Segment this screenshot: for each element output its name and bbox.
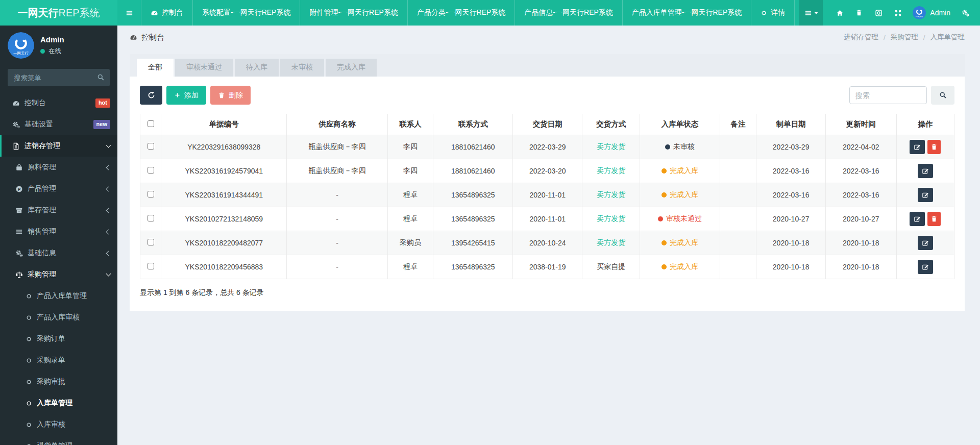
- select-all-checkbox[interactable]: [148, 120, 154, 127]
- breadcrumb-home[interactable]: 控制台: [130, 33, 164, 42]
- sidebar-item-入库审核[interactable]: 入库审核: [0, 414, 117, 435]
- user-menu[interactable]: 一网天行 Admin: [908, 6, 955, 19]
- sidebar-item-采购审批[interactable]: 采购审批: [0, 371, 117, 392]
- scale-icon: [15, 271, 23, 279]
- navbar-tab[interactable]: 产品分类-一网天行REP系统: [407, 0, 514, 26]
- cell-contact: 程卓: [387, 183, 433, 207]
- sidebar-item-销售管理[interactable]: 销售管理: [0, 221, 117, 242]
- app-logo-bold: 一网天行: [17, 6, 58, 20]
- sidebar-badge: hot: [95, 98, 110, 107]
- nav-list-dropdown-button[interactable]: [799, 0, 823, 26]
- search-icon: [939, 91, 947, 99]
- sidebar-item-label: 采购管理: [28, 270, 102, 279]
- row-edit-button[interactable]: [918, 260, 933, 274]
- clear-cache-button[interactable]: [869, 0, 888, 26]
- row-edit-button[interactable]: [918, 188, 933, 202]
- settings-button[interactable]: [955, 0, 975, 26]
- navbar-tab[interactable]: 产品信息-一网天行REP系统: [514, 0, 622, 26]
- cell-created: 2022-03-16: [756, 183, 826, 207]
- row-edit-button[interactable]: [910, 212, 925, 226]
- row-checkbox[interactable]: [148, 239, 154, 245]
- breadcrumb: 控制台 进销存管理/采购管理/入库单管理: [130, 26, 965, 49]
- column-header: 联系人: [387, 114, 433, 135]
- cell-delivery-date: 2020-11-01: [513, 183, 582, 207]
- cell-phone: 13654896325: [433, 183, 513, 207]
- app-logo[interactable]: 一网天行REP系统: [0, 0, 117, 26]
- row-checkbox[interactable]: [148, 167, 154, 174]
- sidebar-item-产品入库审核[interactable]: 产品入库审核: [0, 307, 117, 328]
- filter-tab-全部[interactable]: 全部: [137, 59, 174, 77]
- filter-tab-完成入库[interactable]: 完成入库: [326, 59, 377, 77]
- navbar-tab[interactable]: 控制台: [141, 0, 192, 26]
- online-status-dot: [40, 49, 45, 54]
- sidebar-item-基础设置[interactable]: 基础设置new: [0, 114, 117, 135]
- breadcrumb-item[interactable]: 进销存管理: [844, 33, 878, 42]
- sidebar-item-采购订单[interactable]: 采购订单: [0, 328, 117, 350]
- sidebar-item-label: 产品入库审核: [37, 313, 110, 322]
- table-row: YKS2010182209482077-采购员139542654152020-1…: [140, 231, 954, 255]
- navbar-tab[interactable]: 产品入库单管理-一网天行REP系统: [622, 0, 751, 26]
- cell-status: 完成入库: [640, 231, 720, 255]
- cell-phone: 13654896325: [433, 255, 513, 279]
- sidebar-item-label: 采购订单: [37, 334, 110, 343]
- sidebar-item-基础信息[interactable]: 基础信息: [0, 242, 117, 264]
- sidebar-item-原料管理[interactable]: 原料管理: [0, 157, 117, 178]
- cell-remark: [720, 231, 756, 255]
- sidebar-search-input[interactable]: [8, 69, 110, 86]
- sidebar-item-产品入库单管理[interactable]: 产品入库单管理: [0, 285, 117, 307]
- navbar-tab[interactable]: 详情: [751, 0, 795, 26]
- cell-created: 2020-10-18: [756, 255, 826, 279]
- table-search-button[interactable]: [931, 86, 954, 105]
- row-edit-button[interactable]: [910, 140, 925, 154]
- sidebar-item-入库单管理[interactable]: 入库单管理: [0, 392, 117, 414]
- cell-order-no: YK2203291638099328: [161, 135, 287, 159]
- cell-delivery-method: 卖方发货: [582, 231, 640, 255]
- sidebar-toggle-button[interactable]: [117, 0, 141, 26]
- home-button[interactable]: [830, 0, 849, 26]
- sidebar-item-退货单管理[interactable]: 退货单管理: [0, 435, 117, 445]
- cell-supplier: -: [287, 183, 388, 207]
- column-header: 单据编号: [161, 114, 287, 135]
- main-content: 控制台 进销存管理/采购管理/入库单管理 全部审核未通过待入库未审核完成入库 添…: [117, 0, 980, 445]
- breadcrumb-item[interactable]: 采购管理: [891, 33, 918, 42]
- filter-tab-审核未通过[interactable]: 审核未通过: [175, 59, 233, 77]
- status-dot: [662, 240, 667, 245]
- sidebar-item-库存管理[interactable]: 库存管理: [0, 200, 117, 221]
- filter-tab-未审核[interactable]: 未审核: [280, 59, 324, 77]
- panel-body: 添加 删除 单据编号供应商名称联系人联系方式交货日期交货方式入库单状态备注制单日…: [130, 77, 965, 311]
- navbar-tab[interactable]: 附件管理-一网天行REP系统: [300, 0, 407, 26]
- table-search-input[interactable]: [849, 86, 927, 104]
- row-checkbox[interactable]: [148, 191, 154, 197]
- row-checkbox[interactable]: [148, 263, 154, 269]
- cell-phone: 18810621460: [433, 159, 513, 183]
- sidebar-search: [8, 69, 110, 86]
- row-delete-button[interactable]: [927, 212, 941, 226]
- refresh-button[interactable]: [140, 86, 162, 105]
- delete-button[interactable]: 删除: [210, 86, 251, 105]
- row-delete-button[interactable]: [927, 140, 941, 154]
- row-edit-button[interactable]: [918, 164, 933, 178]
- sidebar-item-采购录单[interactable]: 采购录单: [0, 350, 117, 371]
- cell-order-no: YKS2010182209482077: [161, 231, 287, 255]
- row-checkbox[interactable]: [148, 215, 154, 221]
- navbar-tab[interactable]: 系统配置-一网天行REP系统: [192, 0, 300, 26]
- breadcrumb-item[interactable]: 入库单管理: [930, 33, 965, 42]
- table-row: YKS2010272132148059-程卓136548963252020-11…: [140, 207, 954, 231]
- row-edit-button[interactable]: [918, 236, 933, 250]
- sidebar-item-控制台[interactable]: 控制台hot: [0, 92, 117, 114]
- add-button[interactable]: 添加: [166, 86, 206, 105]
- cell-status: 完成入库: [640, 159, 720, 183]
- navbar-tab-label: 产品入库单管理-一网天行REP系统: [632, 8, 742, 17]
- row-checkbox[interactable]: [148, 143, 154, 150]
- chevron-down-icon: [106, 143, 111, 148]
- cell-order-no: YKS2203161914344491: [161, 183, 287, 207]
- trash-icon: [218, 92, 225, 99]
- sidebar-item-进销存管理[interactable]: 进销存管理: [0, 135, 117, 157]
- chevron-left-icon: [106, 229, 111, 234]
- sidebar-item-产品管理[interactable]: P产品管理: [0, 178, 117, 200]
- hamburger-icon: [126, 9, 133, 17]
- clear-trash-button[interactable]: [849, 0, 869, 26]
- sidebar-item-采购管理[interactable]: 采购管理: [0, 264, 117, 285]
- filter-tab-待入库[interactable]: 待入库: [235, 59, 279, 77]
- fullscreen-button[interactable]: [888, 0, 908, 26]
